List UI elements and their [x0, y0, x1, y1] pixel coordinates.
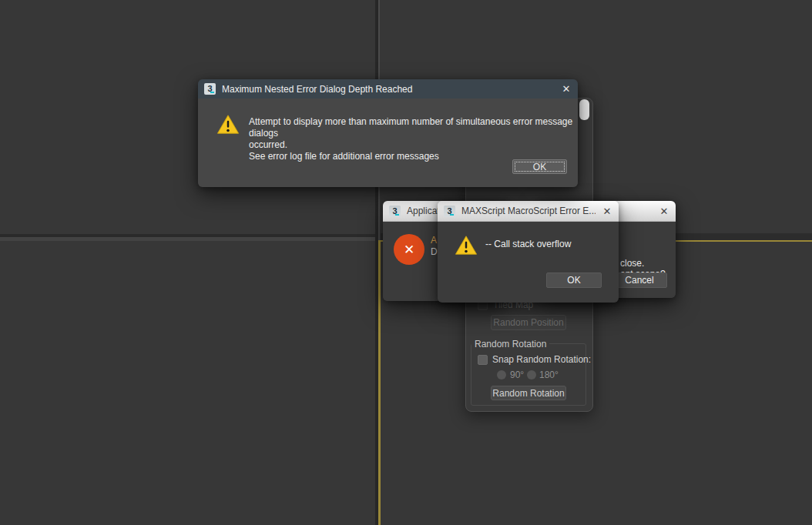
radio-90-label: 90° — [510, 370, 524, 380]
maxscript-dialog-titlebar[interactable]: 3 MAXScript MacroScript Error E... ✕ — [438, 201, 619, 222]
3dsmax-logo-icon: 3 — [204, 83, 216, 95]
snap-random-rotation-checkbox[interactable] — [478, 355, 488, 365]
maxscript-error-dialog: 3 MAXScript MacroScript Error E... ✕ -- … — [438, 201, 619, 303]
close-icon[interactable]: ✕ — [596, 201, 619, 221]
max-nested-dialog-title: Maximum Nested Error Dialog Depth Reache… — [222, 84, 555, 95]
warning-icon — [216, 114, 240, 138]
random-position-button[interactable]: Random Position — [491, 315, 566, 330]
warning-icon — [455, 235, 478, 259]
3dsmax-logo-icon: 3 — [389, 206, 401, 217]
error-icon: ✕ — [394, 234, 424, 265]
ok-button[interactable]: OK — [546, 273, 602, 288]
radio-90-degrees[interactable] — [497, 370, 506, 380]
ok-button[interactable]: OK — [512, 159, 567, 174]
save-prompt-clipped-text-1: close. — [620, 258, 644, 269]
random-rotation-button[interactable]: Random Rotation — [491, 386, 566, 400]
cancel-button[interactable]: Cancel — [612, 273, 667, 288]
active-viewport-border-left — [378, 240, 381, 525]
radio-180-degrees[interactable] — [527, 370, 536, 380]
max-nested-dialog-titlebar[interactable]: 3 Maximum Nested Error Dialog Depth Reac… — [198, 79, 578, 99]
max-nested-message-line1: Attempt to display more than maximum num… — [249, 116, 578, 139]
3dsmax-logo-icon: 3 — [444, 206, 455, 217]
close-icon[interactable]: ✕ — [653, 201, 676, 221]
panel-scrollbar-thumb[interactable] — [579, 99, 589, 120]
random-rotation-group-title: Random Rotation — [471, 339, 549, 349]
radio-180-label: 180° — [539, 370, 559, 380]
close-icon[interactable]: ✕ — [555, 79, 578, 99]
error-x-glyph: ✕ — [404, 242, 414, 258]
maxscript-error-message: -- Call stack overflow — [485, 239, 571, 250]
application-dialog-clipped-text-1: A — [431, 235, 437, 246]
maxscript-dialog-title: MAXScript MacroScript Error E... — [461, 206, 596, 216]
max-nested-message-line2: occurred. — [249, 139, 578, 151]
application-dialog-clipped-text-2: D — [431, 246, 438, 258]
viewport-horizontal-divider-highlight — [0, 237, 375, 241]
snap-random-rotation-label: Snap Random Rotation: — [492, 354, 591, 365]
max-nested-error-dialog: 3 Maximum Nested Error Dialog Depth Reac… — [198, 79, 578, 187]
